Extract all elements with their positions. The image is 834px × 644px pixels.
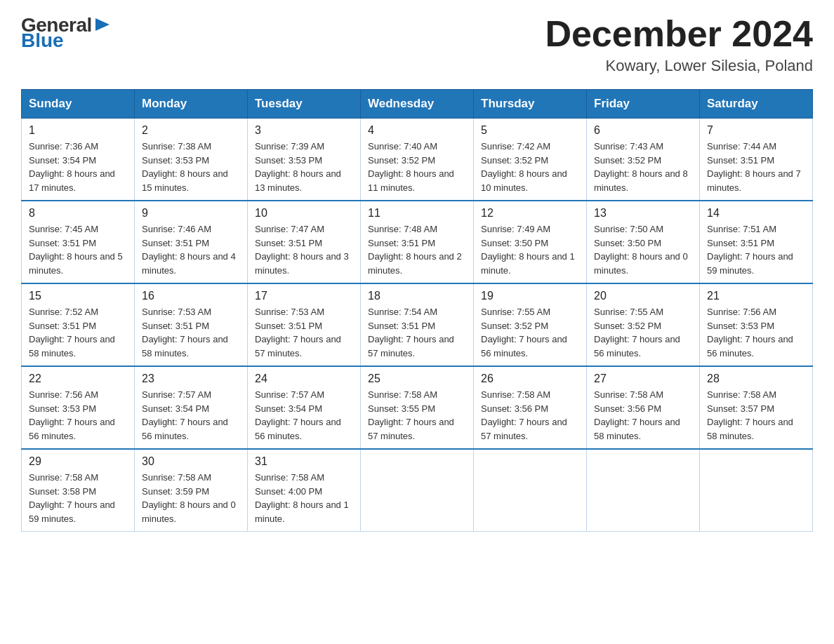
- day-number: 1: [29, 124, 127, 137]
- day-info: Sunrise: 7:53 AMSunset: 3:51 PMDaylight:…: [255, 307, 341, 358]
- day-info: Sunrise: 7:39 AMSunset: 3:53 PMDaylight:…: [255, 141, 341, 193]
- header-row: Sunday Monday Tuesday Wednesday Thursday…: [22, 90, 813, 119]
- day-info: Sunrise: 7:45 AMSunset: 3:51 PMDaylight:…: [29, 224, 123, 276]
- day-info: Sunrise: 7:53 AMSunset: 3:51 PMDaylight:…: [142, 307, 228, 358]
- calendar-cell: 11 Sunrise: 7:48 AMSunset: 3:51 PMDaylig…: [361, 201, 474, 283]
- day-number: 20: [594, 290, 692, 302]
- day-info: Sunrise: 7:52 AMSunset: 3:51 PMDaylight:…: [29, 307, 115, 358]
- day-number: 24: [255, 373, 353, 385]
- calendar-cell: 4 Sunrise: 7:40 AMSunset: 3:52 PMDayligh…: [361, 119, 474, 201]
- calendar-cell: 19 Sunrise: 7:55 AMSunset: 3:52 PMDaylig…: [474, 283, 587, 366]
- calendar-cell: 23 Sunrise: 7:57 AMSunset: 3:54 PMDaylig…: [135, 366, 248, 449]
- day-info: Sunrise: 7:58 AMSunset: 3:59 PMDaylight:…: [142, 472, 236, 524]
- day-info: Sunrise: 7:55 AMSunset: 3:52 PMDaylight:…: [594, 307, 680, 358]
- day-info: Sunrise: 7:49 AMSunset: 3:50 PMDaylight:…: [481, 224, 575, 276]
- day-info: Sunrise: 7:58 AMSunset: 4:00 PMDaylight:…: [255, 472, 349, 524]
- day-number: 5: [481, 124, 579, 137]
- calendar-cell: 12 Sunrise: 7:49 AMSunset: 3:50 PMDaylig…: [474, 201, 587, 283]
- day-number: 17: [255, 290, 353, 302]
- day-info: Sunrise: 7:56 AMSunset: 3:53 PMDaylight:…: [29, 389, 115, 441]
- calendar-cell: 21 Sunrise: 7:56 AMSunset: 3:53 PMDaylig…: [700, 283, 813, 366]
- day-number: 16: [142, 290, 240, 302]
- day-number: 7: [707, 124, 805, 137]
- calendar-cell: 10 Sunrise: 7:47 AMSunset: 3:51 PMDaylig…: [248, 201, 361, 283]
- calendar-cell: 3 Sunrise: 7:39 AMSunset: 3:53 PMDayligh…: [248, 119, 361, 201]
- day-info: Sunrise: 7:36 AMSunset: 3:54 PMDaylight:…: [29, 141, 115, 193]
- day-number: 14: [707, 207, 805, 220]
- calendar-cell: 30 Sunrise: 7:58 AMSunset: 3:59 PMDaylig…: [135, 449, 248, 532]
- calendar-cell: 16 Sunrise: 7:53 AMSunset: 3:51 PMDaylig…: [135, 283, 248, 366]
- day-info: Sunrise: 7:58 AMSunset: 3:56 PMDaylight:…: [481, 389, 567, 441]
- day-info: Sunrise: 7:58 AMSunset: 3:55 PMDaylight:…: [368, 389, 454, 441]
- calendar-cell: 26 Sunrise: 7:58 AMSunset: 3:56 PMDaylig…: [474, 366, 587, 449]
- col-friday: Friday: [587, 90, 700, 119]
- day-info: Sunrise: 7:47 AMSunset: 3:51 PMDaylight:…: [255, 224, 349, 276]
- day-number: 12: [481, 207, 579, 220]
- day-number: 31: [255, 455, 353, 468]
- logo-arrow-icon: [95, 18, 110, 31]
- day-info: Sunrise: 7:57 AMSunset: 3:54 PMDaylight:…: [255, 389, 341, 441]
- day-number: 4: [368, 124, 466, 137]
- calendar-cell: 29 Sunrise: 7:58 AMSunset: 3:58 PMDaylig…: [22, 449, 135, 532]
- day-number: 11: [368, 207, 466, 220]
- calendar-week-row: 15 Sunrise: 7:52 AMSunset: 3:51 PMDaylig…: [22, 283, 813, 366]
- day-info: Sunrise: 7:57 AMSunset: 3:54 PMDaylight:…: [142, 389, 228, 441]
- calendar-cell: 13 Sunrise: 7:50 AMSunset: 3:50 PMDaylig…: [587, 201, 700, 283]
- col-thursday: Thursday: [474, 90, 587, 119]
- calendar-cell: 25 Sunrise: 7:58 AMSunset: 3:55 PMDaylig…: [361, 366, 474, 449]
- calendar-cell: 24 Sunrise: 7:57 AMSunset: 3:54 PMDaylig…: [248, 366, 361, 449]
- title-area: December 2024 Kowary, Lower Silesia, Pol…: [545, 14, 813, 75]
- day-info: Sunrise: 7:58 AMSunset: 3:56 PMDaylight:…: [594, 389, 680, 441]
- day-number: 2: [142, 124, 240, 137]
- month-title: December 2024: [545, 14, 813, 54]
- col-monday: Monday: [135, 90, 248, 119]
- calendar-cell: 31 Sunrise: 7:58 AMSunset: 4:00 PMDaylig…: [248, 449, 361, 532]
- calendar-cell: 22 Sunrise: 7:56 AMSunset: 3:53 PMDaylig…: [22, 366, 135, 449]
- calendar-cell: 8 Sunrise: 7:45 AMSunset: 3:51 PMDayligh…: [22, 201, 135, 283]
- calendar-cell: [361, 449, 474, 532]
- day-number: 9: [142, 207, 240, 220]
- calendar-week-row: 8 Sunrise: 7:45 AMSunset: 3:51 PMDayligh…: [22, 201, 813, 283]
- svg-marker-0: [95, 18, 110, 31]
- day-number: 8: [29, 207, 127, 220]
- day-info: Sunrise: 7:56 AMSunset: 3:53 PMDaylight:…: [707, 307, 793, 358]
- day-number: 15: [29, 290, 127, 302]
- day-number: 6: [594, 124, 692, 137]
- calendar-cell: [474, 449, 587, 532]
- calendar-cell: 6 Sunrise: 7:43 AMSunset: 3:52 PMDayligh…: [587, 119, 700, 201]
- page-header: General Blue December 2024 Kowary, Lower…: [21, 14, 813, 75]
- day-info: Sunrise: 7:44 AMSunset: 3:51 PMDaylight:…: [707, 141, 801, 193]
- day-number: 30: [142, 455, 240, 468]
- day-number: 22: [29, 373, 127, 385]
- day-number: 23: [142, 373, 240, 385]
- calendar-week-row: 29 Sunrise: 7:58 AMSunset: 3:58 PMDaylig…: [22, 449, 813, 532]
- day-info: Sunrise: 7:58 AMSunset: 3:57 PMDaylight:…: [707, 389, 793, 441]
- day-info: Sunrise: 7:51 AMSunset: 3:51 PMDaylight:…: [707, 224, 793, 276]
- day-number: 3: [255, 124, 353, 137]
- col-tuesday: Tuesday: [248, 90, 361, 119]
- col-saturday: Saturday: [700, 90, 813, 119]
- calendar-cell: 18 Sunrise: 7:54 AMSunset: 3:51 PMDaylig…: [361, 283, 474, 366]
- col-sunday: Sunday: [22, 90, 135, 119]
- calendar-body: 1 Sunrise: 7:36 AMSunset: 3:54 PMDayligh…: [22, 119, 813, 532]
- calendar-cell: 14 Sunrise: 7:51 AMSunset: 3:51 PMDaylig…: [700, 201, 813, 283]
- day-info: Sunrise: 7:54 AMSunset: 3:51 PMDaylight:…: [368, 307, 454, 358]
- calendar-week-row: 1 Sunrise: 7:36 AMSunset: 3:54 PMDayligh…: [22, 119, 813, 201]
- calendar-header: Sunday Monday Tuesday Wednesday Thursday…: [22, 90, 813, 119]
- calendar-cell: 9 Sunrise: 7:46 AMSunset: 3:51 PMDayligh…: [135, 201, 248, 283]
- calendar-cell: 5 Sunrise: 7:42 AMSunset: 3:52 PMDayligh…: [474, 119, 587, 201]
- calendar-week-row: 22 Sunrise: 7:56 AMSunset: 3:53 PMDaylig…: [22, 366, 813, 449]
- day-number: 29: [29, 455, 127, 468]
- calendar-cell: 15 Sunrise: 7:52 AMSunset: 3:51 PMDaylig…: [22, 283, 135, 366]
- day-number: 19: [481, 290, 579, 302]
- calendar-cell: 7 Sunrise: 7:44 AMSunset: 3:51 PMDayligh…: [700, 119, 813, 201]
- day-info: Sunrise: 7:42 AMSunset: 3:52 PMDaylight:…: [481, 141, 567, 193]
- day-number: 13: [594, 207, 692, 220]
- col-wednesday: Wednesday: [361, 90, 474, 119]
- calendar-table: Sunday Monday Tuesday Wednesday Thursday…: [21, 89, 813, 532]
- day-info: Sunrise: 7:48 AMSunset: 3:51 PMDaylight:…: [368, 224, 462, 276]
- day-number: 10: [255, 207, 353, 220]
- calendar-cell: 1 Sunrise: 7:36 AMSunset: 3:54 PMDayligh…: [22, 119, 135, 201]
- day-number: 25: [368, 373, 466, 385]
- day-number: 27: [594, 373, 692, 385]
